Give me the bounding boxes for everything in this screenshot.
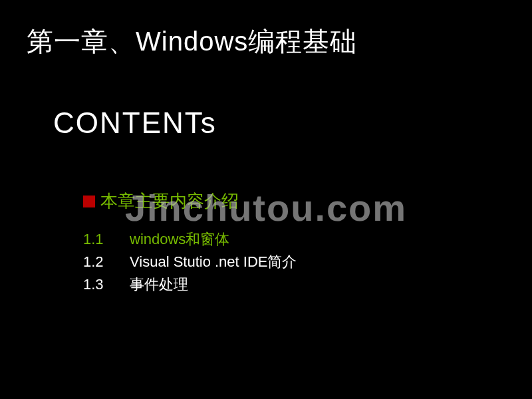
toc-title: windows和窗体 <box>130 229 229 249</box>
toc-title: Visual Stutio .net IDE简介 <box>130 252 297 272</box>
table-of-contents: 1.1 windows和窗体 1.2 Visual Stutio .net ID… <box>0 213 532 295</box>
section-intro: 本章主要内容介绍 <box>0 140 532 213</box>
intro-text: 本章主要内容介绍 <box>100 190 239 213</box>
contents-heading: CONTENTs <box>0 60 532 140</box>
chapter-title: 第一章、Windows编程基础 <box>0 0 532 60</box>
presentation-slide: 第一章、Windows编程基础 CONTENTs 本章主要内容介绍 1.1 wi… <box>0 0 532 399</box>
toc-number: 1.2 <box>83 253 130 271</box>
toc-item: 1.3 事件处理 <box>83 275 532 295</box>
toc-number: 1.3 <box>83 276 130 293</box>
toc-number: 1.1 <box>83 231 130 248</box>
toc-title: 事件处理 <box>130 275 188 295</box>
toc-item: 1.2 Visual Stutio .net IDE简介 <box>83 252 532 272</box>
bullet-square-icon <box>83 196 95 207</box>
toc-item: 1.1 windows和窗体 <box>83 229 532 249</box>
